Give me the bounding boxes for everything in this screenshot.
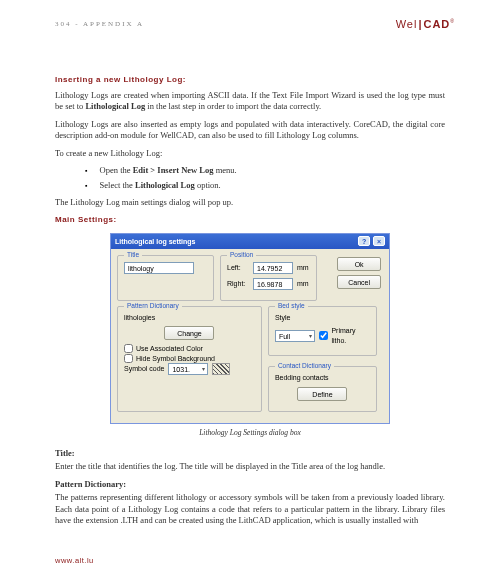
section-heading: Inserting a new Lithology Log: [55,75,445,86]
ok-button[interactable]: Ok [337,257,381,271]
section-heading-2: Main Settings: [55,215,445,226]
group-title-label: Title [124,251,142,260]
unit-mm: mm [297,263,309,272]
para-4: The Lithology Log main settings dialog w… [55,197,445,208]
window-controls[interactable]: ? × [357,236,385,246]
group-pattern-label: Pattern Dictionary [124,302,182,311]
bullet-1: Open the Edit > Insert New Log menu. [85,165,445,176]
dialog-title: Lithological log settings [115,237,196,246]
unit-mm: mm [297,279,309,288]
figure-caption: Lithology Log Settings dialog box [55,428,445,438]
bedding-contacts-label: Bedding contacts [275,373,329,382]
group-bed-label: Bed style [275,302,308,311]
title-description: Enter the title that identifies the log.… [55,461,445,472]
help-icon[interactable]: ? [358,236,370,246]
group-position-label: Position [227,251,256,260]
left-field[interactable]: 14.7952 [253,262,293,274]
title-field[interactable]: lithology [124,262,194,274]
para-1: Lithology Logs are created when importin… [55,90,445,113]
change-button[interactable]: Change [164,326,214,340]
cancel-button[interactable]: Cancel [337,275,381,289]
pattern-description: The patterns representing different lith… [55,492,445,526]
close-icon[interactable]: × [373,236,385,246]
symbol-code-label: Symbol code [124,364,164,373]
page-info: 304 - APPENDIX A [55,20,144,28]
brand-logo: Wel|CAD® [396,18,455,30]
para-3: To create a new Lithology Log: [55,148,445,159]
para-2: Lithology Logs are also inserted as empt… [55,119,445,142]
bed-style-combo[interactable]: Full [275,330,316,342]
pattern-subheading: Pattern Dictionary: [55,479,445,490]
primary-litho-checkbox[interactable]: Primary litho. [319,326,370,345]
style-label: Style [275,313,297,322]
symbol-code-field[interactable]: 1031. [168,363,208,375]
footer-url: www.alt.lu [55,556,94,565]
use-assoc-color-checkbox[interactable]: Use Associated Color [124,344,255,353]
group-contact-label: Contact Dictionary [275,362,334,371]
bullet-2: Select the Lithological Log option. [85,180,445,191]
define-button[interactable]: Define [297,387,347,401]
title-subheading: Title: [55,448,445,459]
right-label: Right: [227,279,249,288]
lithologies-label: lithologies [124,313,255,322]
hide-symbol-bg-checkbox[interactable]: Hide Symbol Background [124,354,255,363]
settings-dialog: Lithological log settings ? × Ok Cancel … [110,233,390,423]
left-label: Left: [227,263,249,272]
right-field[interactable]: 16.9878 [253,278,293,290]
symbol-preview [212,363,230,375]
